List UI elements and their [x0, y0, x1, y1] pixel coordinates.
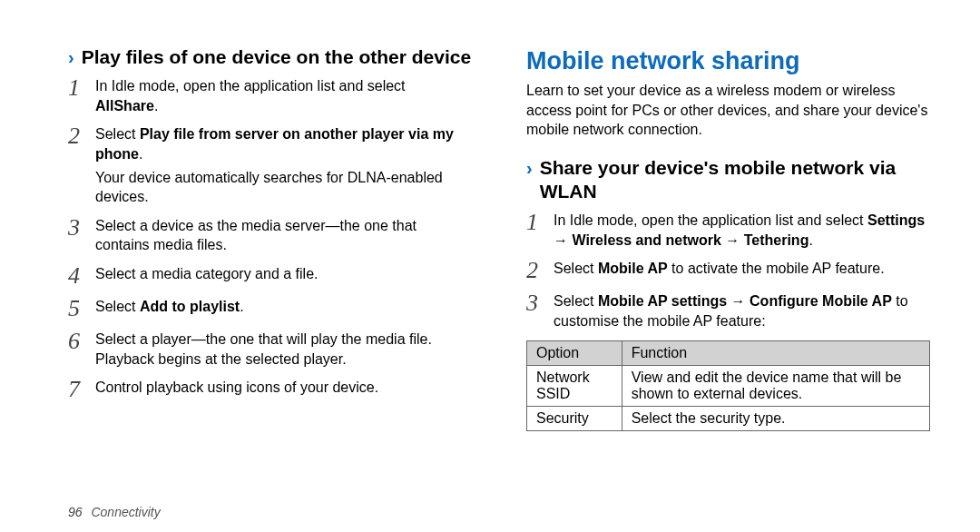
- step-item: Select Mobile AP to activate the mobile …: [526, 259, 930, 282]
- table-cell: View and edit the device name that will …: [622, 365, 929, 406]
- table-cell: Network SSID: [527, 365, 622, 406]
- step-item: In Idle mode, open the application list …: [68, 76, 472, 115]
- step-item: Select Add to playlist.: [68, 297, 472, 320]
- step-item: Select a device as the media server—the …: [68, 216, 472, 255]
- right-subheading: › Share your device's mobile network via…: [526, 156, 930, 204]
- options-table: OptionFunction Network SSIDView and edit…: [526, 340, 930, 431]
- section-title: Mobile network sharing: [526, 47, 930, 75]
- step-item: Select a media category and a file.: [68, 264, 472, 288]
- right-steps: In Idle mode, open the application list …: [526, 211, 930, 330]
- left-steps: In Idle mode, open the application list …: [68, 76, 472, 401]
- page-number: 96: [68, 505, 83, 519]
- chevron-icon: ›: [68, 45, 74, 69]
- left-subheading: › Play files of one device on the other …: [68, 45, 472, 69]
- right-column: Mobile network sharing Learn to set your…: [526, 45, 930, 514]
- table-row: SecuritySelect the security type.: [527, 406, 930, 430]
- step-item: Select Mobile AP settings → Configure Mo…: [526, 291, 930, 330]
- table-cell: Security: [527, 406, 622, 430]
- left-subheading-text: Play files of one device on the other de…: [82, 45, 471, 69]
- left-column: › Play files of one device on the other …: [68, 45, 472, 514]
- page-footer: 96 Connectivity: [68, 505, 161, 519]
- step-item: Select Play file from server on another …: [68, 124, 472, 206]
- step-item: Select a player—the one that will play t…: [68, 330, 472, 369]
- table-cell: Select the security type.: [622, 406, 929, 430]
- step-item: Control playback using icons of your dev…: [68, 378, 472, 401]
- chevron-icon: ›: [526, 156, 533, 180]
- step-item: In Idle mode, open the application list …: [526, 211, 930, 250]
- intro-text: Learn to set your device as a wireless m…: [526, 81, 930, 140]
- right-subheading-text: Share your device's mobile network via W…: [540, 156, 930, 204]
- table-header: Option: [527, 340, 622, 365]
- footer-section: Connectivity: [91, 505, 160, 519]
- table-row: Network SSIDView and edit the device nam…: [527, 365, 930, 406]
- table-header: Function: [622, 340, 929, 365]
